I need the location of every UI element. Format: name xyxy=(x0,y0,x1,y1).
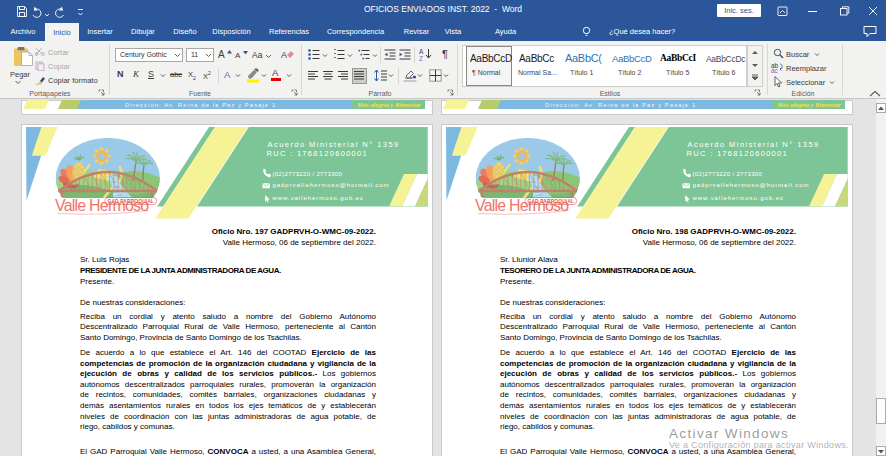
svg-text:Dirección: Av. Reina de la Paz: Dirección: Av. Reina de la Paz y Pasaje … xyxy=(125,102,276,108)
svg-text:GAD PARROQUIAL: GAD PARROQUIAL xyxy=(108,199,155,204)
svg-text:Más alegría y Bienestar: Más alegría y Bienestar xyxy=(356,101,421,108)
svg-text:A: A xyxy=(281,50,287,60)
svg-text:RUC : 1768120600001: RUC : 1768120600001 xyxy=(267,149,368,158)
svg-text:gadprvallehermoso@hotmail.com: gadprvallehermoso@hotmail.com xyxy=(273,182,390,188)
svg-text:Más alegría y Bienestar: Más alegría y Bienestar xyxy=(776,101,841,108)
svg-text:A: A xyxy=(419,48,424,55)
svg-text:Z: Z xyxy=(419,55,423,61)
svg-text:(02)2773220 / 2773300: (02)2773220 / 2773300 xyxy=(273,171,343,177)
svg-text:www.vallehermoso.gob.ec: www.vallehermoso.gob.ec xyxy=(272,195,365,201)
svg-text:Dirección: Av. Reina de la Paz: Dirección: Av. Reina de la Paz y Pasaje … xyxy=(545,102,696,108)
svg-text:Acuerdo Ministerial N° 1359: Acuerdo Ministerial N° 1359 xyxy=(268,140,400,149)
svg-text:ac: ac xyxy=(771,67,779,73)
